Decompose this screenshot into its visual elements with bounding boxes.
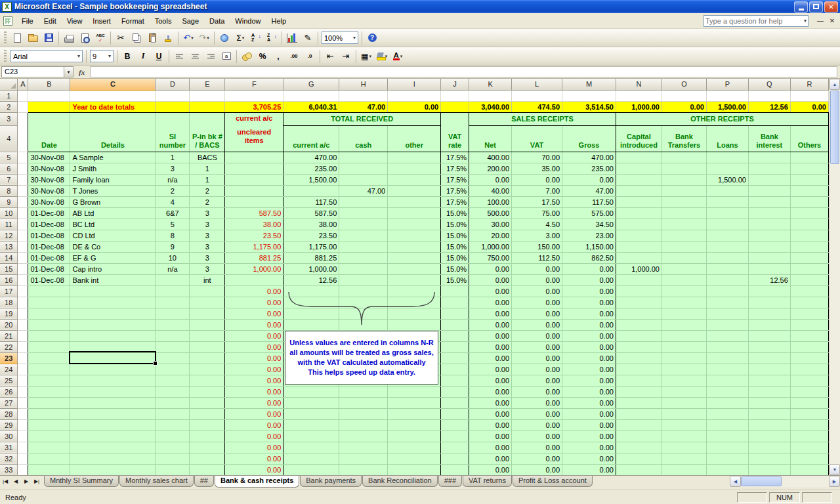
cell-J2[interactable] bbox=[441, 101, 469, 112]
cell-L23[interactable]: 0.00 bbox=[512, 352, 562, 364]
cell-I13[interactable] bbox=[388, 241, 441, 252]
cell-K7[interactable]: 0.00 bbox=[469, 174, 512, 185]
cell-B2[interactable] bbox=[28, 101, 70, 112]
cell-E31[interactable] bbox=[190, 442, 225, 453]
cell-L13[interactable]: 150.00 bbox=[512, 241, 562, 252]
cell-B10[interactable]: 01-Dec-08 bbox=[28, 207, 70, 219]
cell-P10[interactable] bbox=[706, 207, 748, 219]
scroll-up-icon[interactable]: ▲ bbox=[830, 79, 840, 90]
cell-G5[interactable]: 470.00 bbox=[284, 152, 339, 163]
cell-Q20[interactable] bbox=[748, 319, 790, 330]
spelling-button[interactable]: ABC✓ bbox=[93, 31, 108, 45]
cell-D14[interactable]: 10 bbox=[156, 252, 190, 263]
cell-O6[interactable] bbox=[662, 163, 706, 174]
cell-H15[interactable] bbox=[339, 263, 388, 274]
cell-Q32[interactable] bbox=[748, 453, 790, 464]
cell-Q11[interactable] bbox=[748, 219, 790, 230]
cell-N9[interactable] bbox=[616, 196, 662, 207]
cell-K24[interactable]: 0.00 bbox=[469, 364, 512, 375]
cell-N16[interactable] bbox=[616, 274, 662, 285]
cell-A16[interactable] bbox=[18, 274, 28, 285]
open-button[interactable] bbox=[26, 31, 40, 45]
cell-I10[interactable] bbox=[388, 207, 441, 219]
cell-L15[interactable]: 0.00 bbox=[512, 263, 562, 274]
cell-C17[interactable] bbox=[70, 285, 156, 297]
cell-L14[interactable]: 112.50 bbox=[512, 252, 562, 263]
header-net[interactable]: Net bbox=[469, 125, 512, 152]
cell-R17[interactable] bbox=[790, 285, 828, 297]
column-header-O[interactable]: O bbox=[662, 79, 706, 90]
cell-C30[interactable] bbox=[70, 430, 156, 442]
cell-F16[interactable] bbox=[225, 274, 284, 285]
row-header-13[interactable]: 13 bbox=[0, 241, 18, 252]
cell-A32[interactable] bbox=[18, 453, 28, 464]
cell-L26[interactable]: 0.00 bbox=[512, 386, 562, 397]
cell-C19[interactable] bbox=[70, 308, 156, 319]
cell-J33[interactable] bbox=[441, 464, 469, 475]
cell-L20[interactable]: 0.00 bbox=[512, 319, 562, 330]
cell-Q13[interactable] bbox=[748, 241, 790, 252]
cell-D7[interactable]: n/a bbox=[156, 174, 190, 185]
cell-F32[interactable]: 0.00 bbox=[225, 453, 284, 464]
menu-edit[interactable]: Edit bbox=[39, 15, 62, 27]
row-header-14[interactable]: 14 bbox=[0, 252, 18, 263]
sort-descending-button[interactable]: ZA↓ bbox=[264, 31, 279, 45]
row-header-5[interactable]: 5 bbox=[0, 152, 18, 163]
cell-R30[interactable] bbox=[790, 430, 828, 442]
sheet-tab-tab-2[interactable]: ## bbox=[194, 476, 214, 487]
cell-C10[interactable]: AB Ltd bbox=[70, 207, 156, 219]
cell-J15[interactable]: 15.0% bbox=[441, 263, 469, 274]
cell-B6[interactable]: 30-Nov-08 bbox=[28, 163, 70, 174]
cell-J5[interactable]: 17.5% bbox=[441, 152, 469, 163]
cell-B17[interactable] bbox=[28, 285, 70, 297]
cell-F7[interactable] bbox=[225, 174, 284, 185]
cell-O16[interactable] bbox=[662, 274, 706, 285]
zoom-select[interactable]: 100%▾ bbox=[322, 32, 358, 44]
cell-J1[interactable] bbox=[441, 90, 469, 101]
cell-L11[interactable]: 4.50 bbox=[512, 219, 562, 230]
cell-J12[interactable]: 15.0% bbox=[441, 230, 469, 241]
cell-L10[interactable]: 75.00 bbox=[512, 207, 562, 219]
header-sales-receipts[interactable]: SALES RECEIPTS bbox=[469, 112, 616, 125]
cell-P23[interactable] bbox=[706, 352, 748, 364]
cell-G16[interactable]: 12.56 bbox=[284, 274, 339, 285]
cell-H9[interactable] bbox=[339, 196, 388, 207]
cell-O18[interactable] bbox=[662, 297, 706, 308]
cell-A18[interactable] bbox=[18, 297, 28, 308]
save-button[interactable] bbox=[41, 31, 56, 45]
cell-H10[interactable] bbox=[339, 207, 388, 219]
cell-C2[interactable]: Year to date totals bbox=[70, 101, 156, 112]
cell-A29[interactable] bbox=[18, 419, 28, 430]
cell-C12[interactable]: CD Ltd bbox=[70, 230, 156, 241]
cell-H5[interactable] bbox=[339, 152, 388, 163]
cell-A14[interactable] bbox=[18, 252, 28, 263]
cell-Q26[interactable] bbox=[748, 386, 790, 397]
column-header-M[interactable]: M bbox=[562, 79, 616, 90]
cell-E33[interactable] bbox=[190, 464, 225, 475]
row-header-17[interactable]: 17 bbox=[0, 285, 18, 297]
decrease-indent-button[interactable]: ⇤ bbox=[323, 49, 337, 64]
header-total-received[interactable]: TOTAL RECEIVED bbox=[284, 112, 441, 125]
cell-J30[interactable] bbox=[441, 430, 469, 442]
cell-L2[interactable]: 474.50 bbox=[512, 101, 562, 112]
cell-G2[interactable]: 6,040.31 bbox=[284, 101, 339, 112]
cell-D21[interactable] bbox=[156, 330, 190, 341]
column-header-Q[interactable]: Q bbox=[748, 79, 790, 90]
sheet-tab-bank-cash-receipts[interactable]: Bank & cash receipts bbox=[215, 476, 299, 488]
sort-ascending-button[interactable]: AZ↓ bbox=[249, 31, 263, 45]
cell-F28[interactable]: 0.00 bbox=[225, 408, 284, 419]
row-header-7[interactable]: 7 bbox=[0, 174, 18, 185]
minimize-window-button[interactable]: — bbox=[815, 17, 826, 24]
cell-R9[interactable] bbox=[790, 196, 828, 207]
cell-P27[interactable] bbox=[706, 397, 748, 408]
cell-O5[interactable] bbox=[662, 152, 706, 163]
cell-O17[interactable] bbox=[662, 285, 706, 297]
cell-O33[interactable] bbox=[662, 464, 706, 475]
cell-M22[interactable]: 0.00 bbox=[562, 341, 616, 352]
cell-M1[interactable] bbox=[562, 90, 616, 101]
cell-B23[interactable] bbox=[28, 352, 70, 364]
select-all-button[interactable] bbox=[0, 79, 18, 90]
cell-M18[interactable]: 0.00 bbox=[562, 297, 616, 308]
cell-I11[interactable] bbox=[388, 219, 441, 230]
cell-A22[interactable] bbox=[18, 341, 28, 352]
